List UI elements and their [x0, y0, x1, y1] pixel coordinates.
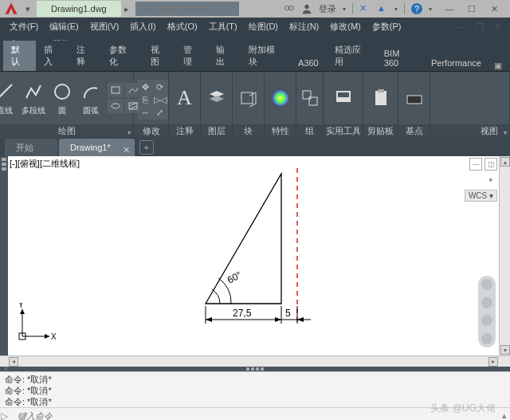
panel-view-label[interactable]: 视图▾ [430, 124, 509, 137]
cmd-close-icon[interactable]: × [3, 363, 14, 375]
panel-layers-label[interactable]: 图层 [201, 124, 232, 137]
scroll-up-icon[interactable]: ▴ [500, 157, 510, 167]
panel-group-label[interactable]: 组 [296, 124, 323, 137]
ribbon-tab-addins[interactable]: 附加模块 [241, 41, 290, 71]
tool-arc[interactable]: 圆弧 [79, 80, 103, 116]
nav-compass-icon[interactable]: ✦ [484, 174, 497, 186]
add-tab-button[interactable]: + [139, 140, 154, 155]
panel-block-label[interactable]: 块 [233, 124, 264, 137]
scroll-right-icon[interactable]: ▸ [488, 357, 498, 367]
tool-paste[interactable] [368, 86, 393, 110]
doc-restore-button[interactable]: ❐ [472, 19, 488, 33]
tool-line[interactable]: 直线 [0, 80, 17, 116]
ribbon-tab-output[interactable]: 输出 [208, 41, 241, 71]
ribbon-tab-bim360[interactable]: BIM 360 [376, 45, 423, 71]
title-doc-name: Drawing1.dwg [37, 1, 121, 17]
tool-scale[interactable]: ⤢ [152, 105, 168, 120]
ribbon-expand-icon[interactable]: ▣ [489, 61, 507, 71]
ribbon-tab-annotate[interactable]: 注释 [69, 41, 101, 71]
left-gutter[interactable] [0, 156, 8, 355]
store-dropdown-icon[interactable]: ▾ [394, 6, 398, 13]
tool-measure[interactable] [331, 86, 356, 110]
panel-utilities-label[interactable]: 实用工具 [324, 124, 363, 137]
tool-text[interactable]: A [173, 86, 197, 110]
viewport-tag[interactable]: [-][俯视][二维线框] [10, 158, 80, 170]
menu-insert[interactable]: 插入(I) [125, 19, 160, 34]
app-store-icon[interactable]: ▲ [377, 3, 388, 14]
exchange-icon[interactable]: ✕ [359, 3, 371, 14]
cmd-menu-icon[interactable]: ▴ [499, 410, 510, 420]
vp-restore-icon[interactable]: ◫ [484, 158, 497, 171]
user-icon[interactable] [301, 3, 312, 14]
tool-ellipse[interactable] [108, 99, 124, 113]
menu-view[interactable]: 视图(V) [85, 19, 124, 34]
doc-minimize-button[interactable]: — [454, 19, 470, 33]
vp-config-icon[interactable]: — [469, 158, 482, 171]
tool-layer-properties[interactable] [205, 86, 229, 110]
ribbon-tab-parametric[interactable]: 参数化 [101, 41, 143, 71]
ribbon-tab-default[interactable]: 默认 [3, 41, 36, 71]
panel-draw-label[interactable]: 绘图▾ [0, 124, 133, 137]
vertical-scrollbar[interactable]: ▴ ▾ [499, 156, 510, 355]
tool-polyline[interactable]: 多段线 [22, 80, 45, 116]
app-icon[interactable] [3, 1, 19, 17]
panel-annotate-label[interactable]: 注释 [169, 124, 200, 137]
horizontal-scrollbar[interactable]: ◂ ▸ [0, 355, 510, 367]
menu-dimension[interactable]: 标注(N) [284, 19, 324, 34]
doc-dropdown-icon[interactable]: ▸ [121, 3, 132, 14]
ucs-icon[interactable]: YX [16, 303, 56, 344]
panel-utilities: 实用工具 [324, 72, 363, 137]
menu-draw[interactable]: 绘图(D) [244, 19, 283, 34]
tool-stretch[interactable]: ↔ [138, 105, 154, 120]
close-button[interactable]: ✕ [483, 0, 505, 18]
menu-format[interactable]: 格式(O) [163, 19, 202, 34]
panel-base: 基点 [398, 72, 430, 137]
panel-properties-label[interactable]: 特性 [265, 124, 296, 137]
ribbon-tab-manage[interactable]: 管理 [175, 41, 208, 71]
help-dropdown-icon[interactable]: ▾ [429, 6, 432, 13]
menu-edit[interactable]: 编辑(E) [45, 19, 84, 34]
menu-tools[interactable]: 工具(T) [204, 19, 242, 34]
doc-close-button[interactable]: ✕ [489, 19, 505, 33]
angle-label: 60° [226, 269, 244, 286]
menu-file[interactable]: 文件(F) [5, 19, 43, 34]
login-label[interactable]: 登录 [319, 3, 336, 15]
search-icon[interactable] [284, 3, 295, 14]
maximize-button[interactable]: ☐ [461, 0, 483, 18]
wcs-badge[interactable]: WCS ▾ [465, 190, 497, 202]
doc-tab-start[interactable]: 开始 [5, 139, 57, 156]
panel-annotate: A 注释 [169, 72, 201, 137]
ribbon-tab-a360[interactable]: A360 [290, 55, 327, 71]
ribbon-tab-featured[interactable]: 精选应用 [327, 41, 376, 71]
tool-circle[interactable]: 圆 [50, 80, 74, 116]
panel-clipboard-label[interactable]: 剪贴板 [363, 124, 398, 137]
svg-point-0 [285, 6, 289, 10]
drawing-viewport[interactable]: [-][俯视][二维线框] — ◫ ✦ WCS ▾ 60° 27,5 [8, 156, 499, 355]
scroll-down-icon[interactable]: ▾ [500, 345, 510, 355]
qat-dropdown-icon[interactable]: ▾ [22, 3, 33, 14]
tool-block[interactable] [237, 86, 261, 110]
panel-base-label[interactable]: 基点 [398, 124, 430, 137]
menu-modify[interactable]: 修改(M) [325, 19, 366, 34]
minimize-button[interactable]: — [438, 0, 461, 18]
menu-parametric[interactable]: 参数(P) [367, 19, 406, 34]
navigation-bar[interactable] [478, 276, 496, 347]
help-icon[interactable]: ? [411, 3, 422, 14]
ribbon-tab-performance[interactable]: Performance [423, 55, 489, 71]
tool-rectangle[interactable] [108, 83, 124, 97]
splitter[interactable]: × [0, 367, 510, 371]
doc-tab-active[interactable]: Drawing1*✕ [59, 139, 135, 156]
panel-modify-label[interactable]: 修改 [134, 124, 168, 137]
tool-properties[interactable] [269, 86, 292, 110]
command-input[interactable] [14, 411, 499, 421]
search-input[interactable] [135, 2, 239, 16]
tool-group[interactable] [301, 89, 319, 107]
tool-arc-label: 圆弧 [83, 105, 99, 116]
tool-base[interactable] [402, 86, 426, 110]
svg-text:X: X [51, 332, 56, 341]
login-dropdown-icon[interactable]: ▾ [343, 6, 346, 13]
ribbon-tab-insert[interactable]: 插入 [36, 41, 69, 71]
document-tabs: 开始 Drawing1*✕ + [0, 137, 510, 156]
command-prompt-icon[interactable]: ▷_ [0, 410, 14, 421]
ribbon-tab-view[interactable]: 视图 [143, 41, 175, 71]
